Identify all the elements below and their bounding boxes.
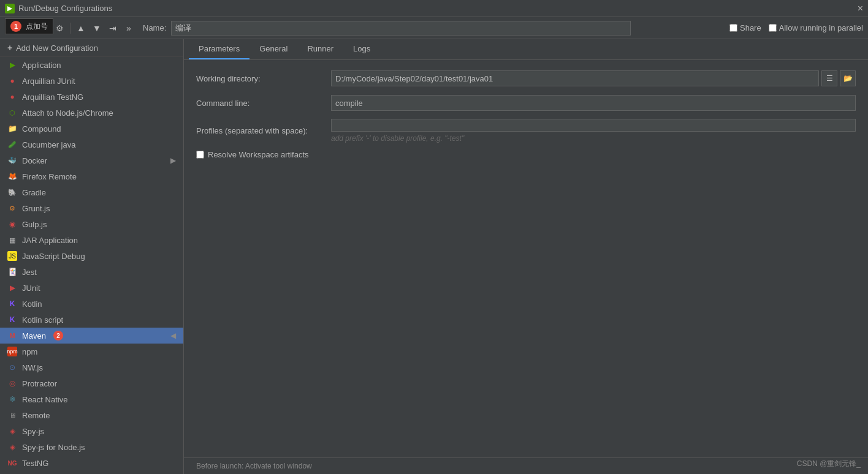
sidebar-item-label: Gulp.js [22, 220, 47, 229]
sidebar-item-label: TestNG [22, 459, 48, 468]
sidebar-item-testng[interactable]: NG TestNG [0, 455, 183, 471]
allow-parallel-label: Allow running in parallel [779, 23, 863, 32]
settings-button[interactable]: ⚙ [53, 21, 66, 35]
maven-badge: 2 [53, 331, 63, 340]
spy-js-node-icon: ◈ [7, 442, 17, 452]
tab-parameters[interactable]: Parameters [189, 39, 249, 59]
sidebar-item-react-native[interactable]: ⚛ React Native [0, 391, 183, 407]
sidebar-item-nw-js[interactable]: ⊙ NW.js [0, 359, 183, 375]
sidebar-item-cucumber-java[interactable]: 🥒 Cucumber java [0, 137, 183, 152]
badge-1: 1 [10, 21, 21, 32]
sidebar-item-gulp-js[interactable]: ◉ Gulp.js [0, 216, 183, 232]
sidebar-item-label: Remote [22, 411, 50, 420]
sidebar-item-compound[interactable]: 📁 Compound [0, 121, 183, 137]
name-label: Name: [143, 23, 166, 32]
gradle-icon: 🐘 [7, 187, 17, 197]
grunt-icon: ⚙ [7, 203, 17, 213]
sidebar-item-spy-js[interactable]: ◈ Spy-js [0, 423, 183, 439]
protractor-icon: ◎ [7, 378, 17, 388]
sidebar-item-label: Protractor [22, 379, 57, 388]
move-button[interactable]: ⇥ [106, 21, 120, 35]
name-row: Name: [143, 21, 727, 36]
allow-parallel-checkbox-label[interactable]: Allow running in parallel [769, 23, 863, 32]
sidebar-item-label: Arquillian JUnit [22, 77, 75, 86]
working-directory-folder-button[interactable]: 📂 [840, 70, 856, 86]
sidebar-item-npm[interactable]: npm npm [0, 344, 183, 359]
sidebar-item-label: Compound [22, 124, 61, 134]
tooltip-text: 点加号 [26, 22, 48, 31]
npm-icon: npm [7, 347, 17, 356]
working-directory-browse-button[interactable]: ☰ [821, 70, 837, 86]
kotlin-script-icon: K [7, 315, 17, 325]
tab-logs[interactable]: Logs [343, 39, 380, 59]
profiles-row: Profiles (separated with space): add pre… [196, 119, 856, 143]
move-down-button[interactable]: ▼ [90, 21, 104, 35]
tab-runner[interactable]: Runner [297, 39, 343, 59]
run-debug-configurations-dialog: ▶ Run/Debug Configurations × 1 点加号 + − ⧉… [0, 0, 868, 474]
sidebar-item-label: React Native [22, 395, 67, 404]
arquillian-testng-icon: ● [7, 92, 17, 102]
sidebar-item-arquillian-testng[interactable]: ● Arquillian TestNG [0, 89, 183, 105]
remote-icon: 🖥 [7, 410, 17, 420]
kotlin-icon: K [7, 299, 17, 309]
dialog-title: Run/Debug Configurations [18, 4, 112, 13]
more-button[interactable]: » [122, 21, 135, 35]
firefox-icon: 🦊 [7, 171, 17, 181]
title-bar: ▶ Run/Debug Configurations × [0, 0, 868, 17]
react-native-icon: ⚛ [7, 394, 17, 404]
add-config-label: Add New Configuration [16, 43, 98, 53]
sidebar-item-label: JAR Application [22, 236, 78, 245]
sidebar-item-spy-js-node[interactable]: ◈ Spy-js for Node.js [0, 439, 183, 455]
profiles-input[interactable] [331, 119, 856, 132]
sidebar-item-label: Grunt.js [22, 204, 50, 213]
toolbar: + − ⧉ ⚙ ▲ ▼ ⇥ » Name: Share Allow runnin… [0, 17, 868, 39]
sidebar-item-label: Gradle [22, 188, 46, 197]
compound-icon: 📁 [7, 124, 17, 134]
share-label: Share [740, 23, 761, 32]
sidebar-item-grunt-js[interactable]: ⚙ Grunt.js [0, 200, 183, 216]
sidebar-item-kotlin[interactable]: K Kotlin [0, 296, 183, 312]
separator-1 [70, 23, 70, 34]
move-up-button[interactable]: ▲ [74, 21, 88, 35]
sidebar-item-junit[interactable]: ▶ JUnit [0, 280, 183, 296]
sidebar-item-gradle[interactable]: 🐘 Gradle [0, 184, 183, 200]
resolve-workspace-checkbox[interactable] [196, 151, 204, 159]
add-new-configuration-item[interactable]: + Add New Configuration [0, 39, 183, 57]
name-input[interactable] [171, 21, 631, 36]
right-panel: Parameters General Runner Logs Working d… [184, 39, 868, 474]
sidebar-item-kotlin-script[interactable]: K Kotlin script [0, 312, 183, 328]
allow-parallel-checkbox[interactable] [769, 24, 777, 32]
command-line-input[interactable] [331, 95, 856, 111]
sidebar-item-remote[interactable]: 🖥 Remote [0, 407, 183, 423]
profiles-hint: add prefix '-' to disable profile, e.g. … [331, 134, 856, 143]
sidebar-item-label: JavaScript Debug [22, 252, 85, 261]
sidebar-item-jar-application[interactable]: ▦ JAR Application [0, 232, 183, 248]
working-directory-input[interactable] [331, 70, 819, 86]
docker-arrow-icon: ▶ [170, 156, 176, 165]
sidebar-item-arquillian-junit[interactable]: ● Arquillian JUnit [0, 73, 183, 89]
watermark: CSDN @重剑无锋_ [797, 459, 861, 469]
sidebar-item-docker[interactable]: 🐳 Docker ▶ [0, 152, 183, 168]
sidebar-item-protractor[interactable]: ◎ Protractor [0, 375, 183, 391]
spy-js-icon: ◈ [7, 426, 17, 436]
sidebar-item-label: Firefox Remote [22, 172, 77, 181]
sidebar-item-jest[interactable]: 🃏 Jest [0, 264, 183, 280]
arquillian-junit-icon: ● [7, 76, 17, 86]
sidebar-item-label: Kotlin [22, 299, 42, 309]
sidebar-item-firefox-remote[interactable]: 🦊 Firefox Remote [0, 168, 183, 184]
command-line-row: Command line: [196, 94, 856, 111]
application-icon: ▶ [7, 60, 17, 70]
share-checkbox[interactable] [729, 24, 737, 32]
tabs-bar: Parameters General Runner Logs [184, 39, 868, 60]
sidebar-item-attach-nodejs[interactable]: ⬡ Attach to Node.js/Chrome [0, 105, 183, 121]
sidebar-item-label: Maven [22, 331, 46, 340]
sidebar-item-javascript-debug[interactable]: JS JavaScript Debug [0, 248, 183, 264]
js-debug-icon: JS [7, 251, 17, 261]
resolve-workspace-label[interactable]: Resolve Workspace artifacts [208, 150, 309, 159]
sidebar-item-application[interactable]: ▶ Application [0, 57, 183, 73]
share-checkbox-label[interactable]: Share [729, 23, 761, 32]
sidebar-item-maven[interactable]: M Maven 2 ◀ [0, 328, 183, 344]
tab-general[interactable]: General [249, 39, 297, 59]
cucumber-icon: 🥒 [7, 140, 17, 149]
close-button[interactable]: × [858, 3, 863, 14]
